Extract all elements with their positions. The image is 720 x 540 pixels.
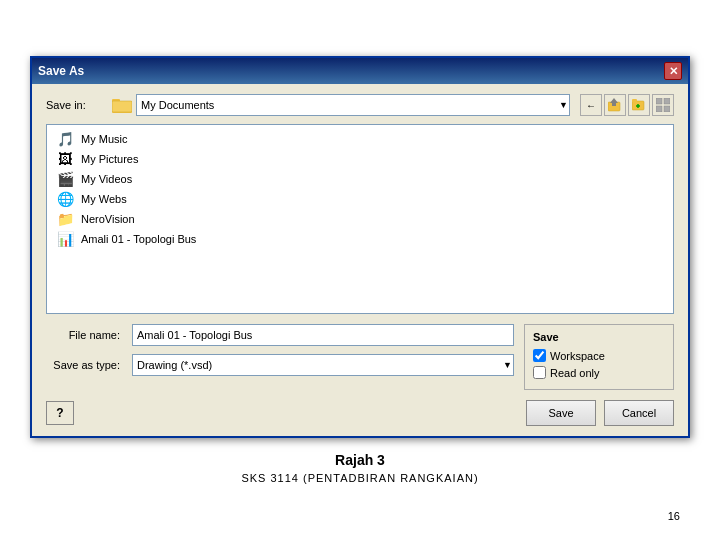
view-button[interactable] (652, 94, 674, 116)
save-in-select[interactable]: My Documents (136, 94, 570, 116)
form-fields: File name: Save as type: Drawing (*.vsd)… (46, 324, 514, 384)
view-icon (656, 98, 670, 112)
svg-rect-9 (656, 98, 662, 104)
file-item-nerovision[interactable]: 📁 NeroVision (51, 209, 669, 229)
svg-rect-12 (664, 106, 670, 112)
bottom-section: File name: Save as type: Drawing (*.vsd)… (46, 324, 674, 390)
file-item-amali01[interactable]: 📊 Amali 01 - Topologi Bus (51, 229, 669, 249)
workspace-checkbox[interactable] (533, 349, 546, 362)
save-as-type-label: Save as type: (46, 359, 126, 371)
file-name-input[interactable] (132, 324, 514, 346)
save-in-row: Save in: My Documents ▼ (46, 94, 674, 116)
file-item-label: Amali 01 - Topologi Bus (81, 233, 196, 245)
dialog-content: Save in: My Documents ▼ (32, 84, 688, 436)
back-button[interactable]: ← (580, 94, 602, 116)
readonly-checkbox-row: Read only (533, 366, 665, 379)
file-item-my-pictures[interactable]: 🖼 My Pictures (51, 149, 669, 169)
action-row: ? Save Cancel (46, 400, 674, 426)
file-item-my-webs[interactable]: 🌐 My Webs (51, 189, 669, 209)
save-as-type-select[interactable]: Drawing (*.vsd) Drawing XML (*.vdx) (132, 354, 514, 376)
close-button[interactable]: ✕ (664, 62, 682, 80)
file-name-row: File name: (46, 324, 514, 346)
new-folder-icon (632, 98, 646, 112)
svg-rect-10 (664, 98, 670, 104)
file-name-label: File name: (46, 329, 126, 341)
page-wrapper: Save As ✕ Save in: My Documents (0, 0, 720, 540)
readonly-checkbox[interactable] (533, 366, 546, 379)
save-button[interactable]: Save (526, 400, 596, 426)
nerovision-icon: 📁 (55, 211, 75, 227)
readonly-label: Read only (550, 367, 600, 379)
save-options-title: Save (533, 331, 665, 343)
file-browser[interactable]: 🎵 My Music 🖼 My Pictures 🎬 My Videos 🌐 M… (46, 124, 674, 314)
page-number: 16 (668, 510, 680, 522)
file-item-label: NeroVision (81, 213, 135, 225)
toolbar-buttons: ← (580, 94, 674, 116)
save-in-label: Save in: (46, 99, 106, 111)
save-options-box: Save Workspace Read only (524, 324, 674, 390)
workspace-checkbox-row: Workspace (533, 349, 665, 362)
svg-rect-11 (656, 106, 662, 112)
up-folder-button[interactable] (604, 94, 626, 116)
svg-rect-2 (112, 101, 132, 112)
my-pictures-icon: 🖼 (55, 151, 75, 167)
file-item-label: My Webs (81, 193, 127, 205)
file-item-my-videos[interactable]: 🎬 My Videos (51, 169, 669, 189)
my-webs-icon: 🌐 (55, 191, 75, 207)
title-bar: Save As ✕ (32, 58, 688, 84)
up-folder-icon (608, 98, 622, 112)
my-music-icon: 🎵 (55, 131, 75, 147)
footer-title: Rajah 3 (241, 452, 478, 468)
svg-rect-6 (632, 99, 637, 102)
cancel-button[interactable]: Cancel (604, 400, 674, 426)
help-button[interactable]: ? (46, 401, 74, 425)
my-videos-icon: 🎬 (55, 171, 75, 187)
folder-icon (112, 97, 132, 113)
dialog-title: Save As (38, 64, 84, 78)
save-as-dialog: Save As ✕ Save in: My Documents (30, 56, 690, 438)
workspace-label: Workspace (550, 350, 605, 362)
footer: Rajah 3 SKS 3114 (PENTADBIRAN RANGKAIAN) (241, 452, 478, 484)
action-buttons: Save Cancel (526, 400, 674, 426)
save-as-type-select-wrapper: Drawing (*.vsd) Drawing XML (*.vdx) ▼ (132, 354, 514, 376)
amali01-icon: 📊 (55, 231, 75, 247)
file-item-label: My Music (81, 133, 127, 145)
file-item-my-music[interactable]: 🎵 My Music (51, 129, 669, 149)
new-folder-button[interactable] (628, 94, 650, 116)
save-in-select-wrapper: My Documents ▼ (112, 94, 570, 116)
save-as-type-row: Save as type: Drawing (*.vsd) Drawing XM… (46, 354, 514, 376)
file-item-label: My Pictures (81, 153, 138, 165)
save-in-select-wrapper: My Documents ▼ (136, 94, 570, 116)
file-item-label: My Videos (81, 173, 132, 185)
footer-subtitle: SKS 3114 (PENTADBIRAN RANGKAIAN) (241, 472, 478, 484)
